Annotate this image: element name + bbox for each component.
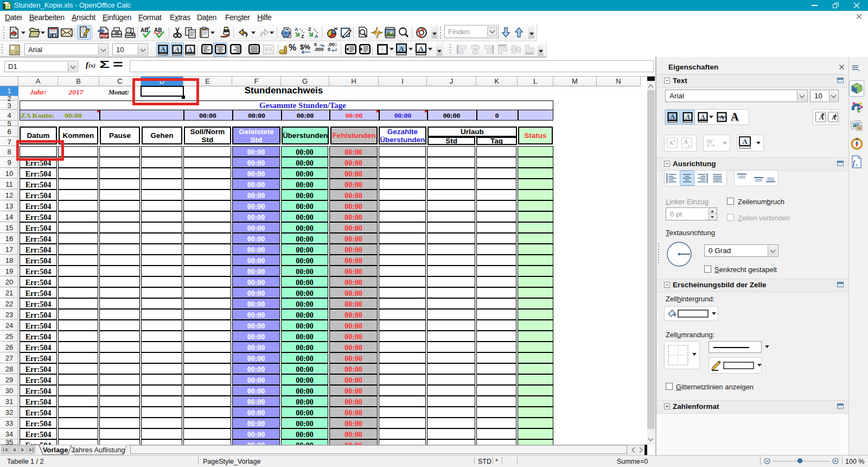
svg-text:A: A [161,46,165,53]
svg-text:A: A [669,140,673,146]
svg-text:A: A [700,113,705,120]
svg-text:x: x [855,162,858,167]
svg-text:AB: AB [141,27,148,33]
svg-text:A: A [315,34,318,39]
svg-text:A: A [684,138,688,145]
svg-text:PDF: PDF [100,34,108,39]
svg-text:A: A [418,45,424,53]
svg-text:A: A [742,137,748,146]
svg-text:A: A [670,113,675,121]
svg-text:AV: AV [706,138,714,144]
svg-text:AB: AB [154,27,162,33]
svg-text:Z: Z [308,27,311,32]
svg-text:N: N [856,137,858,141]
svg-text:x: x [673,138,675,143]
svg-text:A: A [188,46,193,53]
svg-text:A: A [175,46,180,53]
svg-text:Z: Z [301,34,304,39]
svg-text:A: A [295,27,298,32]
svg-text:x: x [688,143,690,148]
svg-text:A: A [399,45,404,53]
svg-text:A: A [685,113,690,121]
